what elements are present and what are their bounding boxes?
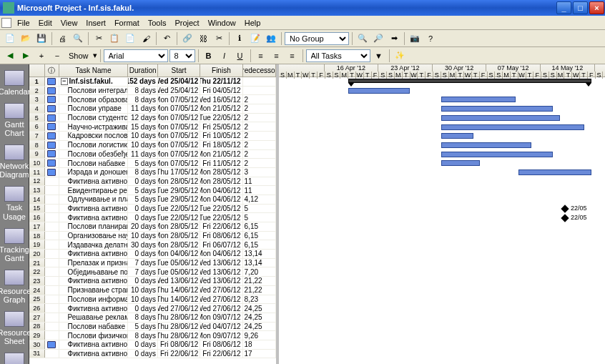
- taskname-cell[interactable]: Признавање стране: [59, 286, 129, 295]
- finish-cell[interactable]: Wed 27/06/12: [200, 304, 242, 313]
- finish-cell[interactable]: Mon 04/06/12: [200, 195, 242, 204]
- row-header[interactable]: 25: [29, 295, 45, 304]
- table-row[interactable]: 16Фиктивна активност0 daysTue 22/05/12Tu…: [29, 213, 276, 222]
- col-duration[interactable]: Duration: [128, 64, 158, 77]
- taskname-cell[interactable]: Решавање рекламац: [59, 313, 129, 322]
- finish-cell[interactable]: Fri 25/05/12: [200, 122, 242, 131]
- task-bar[interactable]: [441, 142, 531, 148]
- menu-format[interactable]: Format: [110, 17, 144, 29]
- copy-button[interactable]: 📋: [107, 31, 122, 46]
- duration-cell[interactable]: 30 days: [128, 240, 158, 249]
- start-cell[interactable]: Tue 05/06/12: [158, 259, 200, 267]
- row-header[interactable]: 23: [29, 277, 45, 285]
- pred-cell[interactable]: 3: [243, 168, 276, 177]
- row-header[interactable]: 11: [29, 168, 45, 177]
- finish-cell[interactable]: Wed 04/07/12: [200, 323, 242, 331]
- table-row[interactable]: 15Фиктивна активност0 daysTue 22/05/12Tu…: [29, 205, 276, 214]
- finish-cell[interactable]: Tue 22/05/12: [200, 114, 242, 122]
- start-cell[interactable]: Mon 28/05/12: [158, 232, 200, 240]
- pred-cell[interactable]: 5: [243, 205, 276, 213]
- table-row[interactable]: 11Израда и доношење8 daysThu 17/05/12Mon…: [29, 168, 276, 177]
- show-outline-button[interactable]: +: [34, 49, 49, 63]
- duration-cell[interactable]: 10 days: [128, 232, 158, 240]
- pred-cell[interactable]: 2: [243, 95, 276, 104]
- pred-cell[interactable]: 21,22: [243, 286, 276, 295]
- col-taskname[interactable]: Task Name: [59, 64, 129, 77]
- viewbar-item[interactable]: Task Usage: [0, 183, 29, 223]
- col-rowhead[interactable]: [29, 64, 45, 77]
- task-bar[interactable]: [441, 97, 516, 102]
- duration-cell[interactable]: 0 days: [128, 213, 158, 222]
- table-row[interactable]: 29Послови физичког об8 daysThu 28/06/12M…: [29, 331, 276, 340]
- start-cell[interactable]: Tue 05/06/12: [158, 267, 200, 276]
- duration-cell[interactable]: 8 days: [128, 331, 158, 340]
- align-right-button[interactable]: ≡: [285, 49, 300, 63]
- row-header[interactable]: 10: [29, 159, 45, 167]
- task-bar[interactable]: [441, 152, 553, 157]
- finish-cell[interactable]: Fri 06/07/12: [200, 240, 242, 249]
- viewbar-item[interactable]: Resource Usage: [0, 350, 29, 364]
- pred-cell[interactable]: 2: [243, 104, 276, 113]
- table-row[interactable]: 20Фиктивна активност0 daysMon 04/06/12Mo…: [29, 250, 276, 259]
- taskname-cell[interactable]: Послови планирања: [59, 222, 129, 231]
- pred-cell[interactable]: [243, 87, 276, 95]
- table-row[interactable]: 23Фиктивна активност0 daysWed 13/06/12We…: [29, 277, 276, 286]
- row-header[interactable]: 17: [29, 222, 45, 231]
- start-cell[interactable]: Mon 07/05/12: [158, 104, 200, 113]
- col-indicator[interactable]: ⓘ: [45, 64, 59, 77]
- pred-cell[interactable]: 11: [243, 177, 276, 186]
- summary-bar[interactable]: [348, 79, 591, 83]
- duration-cell[interactable]: 5 days: [128, 323, 158, 331]
- table-row[interactable]: 12Фиктивна активност0 daysMon 28/05/12Mo…: [29, 177, 276, 187]
- finish-cell[interactable]: Fri 10/05/12: [200, 132, 242, 140]
- duration-cell[interactable]: 7 days: [128, 267, 158, 276]
- finish-cell[interactable]: Tue 22/05/12: [200, 205, 242, 213]
- duration-cell[interactable]: 7 days: [128, 259, 158, 267]
- duration-cell[interactable]: 11 days: [128, 104, 158, 113]
- start-cell[interactable]: Mon 28/05/12: [158, 222, 200, 231]
- finish-cell[interactable]: Fri 22/06/12: [200, 222, 242, 231]
- finish-cell[interactable]: Mon 21/05/12: [200, 104, 242, 113]
- duration-cell[interactable]: 10 days: [128, 132, 158, 140]
- taskname-cell[interactable]: Послови образовањ: [59, 95, 129, 104]
- table-row[interactable]: 13Евидентирање реали5 daysTue 29/05/12Mo…: [29, 186, 276, 195]
- start-cell[interactable]: Wed 13/06/12: [158, 277, 200, 285]
- start-cell[interactable]: Wed 25/04/12: [158, 87, 200, 95]
- task-bar[interactable]: [441, 160, 480, 166]
- notes-button[interactable]: 📝: [248, 31, 262, 46]
- duration-cell[interactable]: 5 days: [128, 186, 158, 195]
- pred-cell[interactable]: 2: [243, 150, 276, 159]
- taskname-cell[interactable]: Послови управе: [59, 104, 129, 113]
- start-cell[interactable]: Thu 28/06/12: [158, 331, 200, 340]
- save-button[interactable]: 💾: [34, 31, 49, 46]
- pred-cell[interactable]: 18: [243, 340, 276, 349]
- task-bar[interactable]: [441, 106, 553, 112]
- row-header[interactable]: 26: [29, 304, 45, 313]
- table-row[interactable]: 31Фиктивна активност0 daysFri 22/06/12Fr…: [29, 350, 276, 359]
- taskname-cell[interactable]: Фиктивна активност: [59, 277, 129, 285]
- finish-cell[interactable]: Wed 13/06/12: [200, 277, 242, 285]
- pred-cell[interactable]: 24,25: [243, 323, 276, 331]
- task-bar[interactable]: [348, 88, 410, 94]
- pred-cell[interactable]: 24,25: [243, 304, 276, 313]
- row-header[interactable]: 7: [29, 132, 45, 140]
- taskname-cell[interactable]: Одлучивање и плани: [59, 195, 129, 204]
- link-button[interactable]: 🔗: [180, 31, 195, 46]
- info-button[interactable]: ℹ: [232, 31, 247, 46]
- row-header[interactable]: 12: [29, 177, 45, 186]
- duration-cell[interactable]: 20 days: [128, 222, 158, 231]
- start-cell[interactable]: Wed 27/06/12: [158, 304, 200, 313]
- assign-button[interactable]: 👥: [264, 31, 278, 46]
- duration-cell[interactable]: 0 days: [128, 205, 158, 213]
- taskname-cell[interactable]: Прелазак и признава: [59, 259, 129, 267]
- taskname-cell[interactable]: Послови набавке: [59, 159, 129, 167]
- pred-cell[interactable]: 9,26: [243, 331, 276, 340]
- duration-cell[interactable]: 5 days: [128, 159, 158, 167]
- table-row[interactable]: 14Одлучивање и плани5 daysTue 29/05/12Mo…: [29, 195, 276, 205]
- close-button[interactable]: ×: [589, 1, 604, 14]
- taskname-cell[interactable]: Послови обезбеђењ: [59, 150, 129, 159]
- goto-task-button[interactable]: ➡: [387, 31, 401, 46]
- table-row[interactable]: 8Послови логистике10 daysMon 07/05/12Fri…: [29, 141, 276, 150]
- duration-cell[interactable]: 8 days: [128, 87, 158, 95]
- finish-cell[interactable]: Fri 11/05/12: [200, 159, 242, 167]
